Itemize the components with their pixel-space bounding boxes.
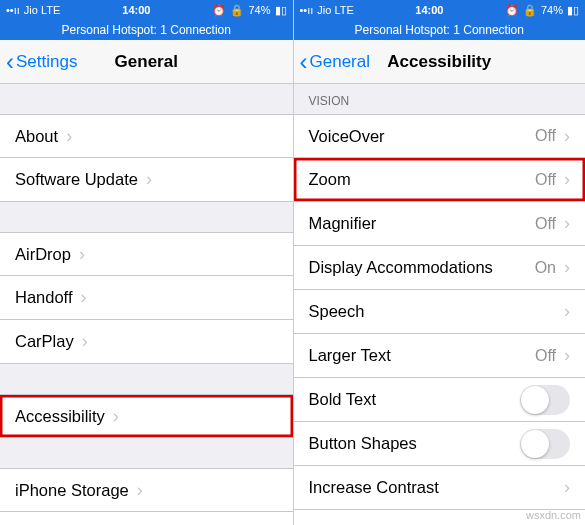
- row-label: Larger Text: [309, 346, 391, 365]
- row-magnifier[interactable]: MagnifierOff›: [294, 202, 586, 246]
- row-about[interactable]: About›: [0, 114, 293, 158]
- chevron-right-icon: ›: [564, 169, 570, 190]
- row-label: About: [15, 127, 58, 146]
- chevron-right-icon: ›: [564, 213, 570, 234]
- row-background-refresh[interactable]: Background App Refresh›: [0, 512, 293, 525]
- row-airdrop[interactable]: AirDrop›: [0, 232, 293, 276]
- row-carplay[interactable]: CarPlay›: [0, 320, 293, 364]
- row-button-shapes[interactable]: Button Shapes: [294, 422, 586, 466]
- row-value: Off: [535, 347, 556, 365]
- status-bar: ••ııJio LTE 14:00 ⏰🔒74%▮▯: [294, 0, 586, 20]
- row-label: Bold Text: [309, 390, 377, 409]
- battery-icon: ▮▯: [275, 4, 287, 17]
- row-voiceover[interactable]: VoiceOverOff›: [294, 114, 586, 158]
- back-button[interactable]: ‹ General: [294, 50, 370, 74]
- content: About› Software Update› AirDrop› Handoff…: [0, 84, 293, 525]
- row-label: Increase Contrast: [309, 478, 439, 497]
- row-label: VoiceOver: [309, 127, 385, 146]
- row-value: On: [535, 259, 556, 277]
- row-increase-contrast[interactable]: Increase Contrast›: [294, 466, 586, 510]
- row-bold-text[interactable]: Bold Text: [294, 378, 586, 422]
- row-value: Off: [535, 215, 556, 233]
- row-label: Button Shapes: [309, 434, 417, 453]
- row-label: Software Update: [15, 170, 138, 189]
- lock-icon: 🔒: [230, 4, 244, 17]
- navbar: ‹ Settings General: [0, 40, 293, 84]
- signal-icon: ••ıı: [300, 4, 314, 16]
- chevron-left-icon: ‹: [6, 50, 14, 74]
- row-label: Display Accommodations: [309, 258, 493, 277]
- chevron-right-icon: ›: [564, 126, 570, 147]
- toggle-button-shapes[interactable]: [520, 429, 570, 459]
- section-header-vision: Vision: [294, 84, 586, 114]
- row-iphone-storage[interactable]: iPhone Storage›: [0, 468, 293, 512]
- battery-pct: 74%: [248, 4, 270, 16]
- row-zoom[interactable]: ZoomOff›: [294, 158, 586, 202]
- content: Vision VoiceOverOff› ZoomOff› MagnifierO…: [294, 84, 586, 525]
- row-label: Magnifier: [309, 214, 377, 233]
- chevron-right-icon: ›: [564, 345, 570, 366]
- navbar: ‹ General Accessibility: [294, 40, 586, 84]
- row-display-accommodations[interactable]: Display AccommodationsOn›: [294, 246, 586, 290]
- lock-icon: 🔒: [523, 4, 537, 17]
- row-label: Accessibility: [15, 407, 105, 426]
- status-bar: ••ııJio LTE 14:00 ⏰🔒74%▮▯: [0, 0, 293, 20]
- row-larger-text[interactable]: Larger TextOff›: [294, 334, 586, 378]
- chevron-left-icon: ‹: [300, 50, 308, 74]
- battery-icon: ▮▯: [567, 4, 579, 17]
- alarm-icon: ⏰: [505, 4, 519, 17]
- chevron-right-icon: ›: [564, 301, 570, 322]
- status-time: 14:00: [354, 4, 505, 16]
- row-value: Off: [535, 171, 556, 189]
- toggle-bold-text[interactable]: [520, 385, 570, 415]
- back-label: Settings: [16, 52, 77, 72]
- phone-accessibility: ••ııJio LTE 14:00 ⏰🔒74%▮▯ Personal Hotsp…: [293, 0, 586, 525]
- row-value: Off: [535, 127, 556, 145]
- hotspot-bar[interactable]: Personal Hotspot: 1 Connection: [294, 20, 586, 40]
- chevron-right-icon: ›: [564, 521, 570, 525]
- row-label: CarPlay: [15, 332, 74, 351]
- battery-pct: 74%: [541, 4, 563, 16]
- row-label: iPhone Storage: [15, 481, 129, 500]
- row-software-update[interactable]: Software Update›: [0, 158, 293, 202]
- carrier: Jio LTE: [317, 4, 353, 16]
- row-accessibility[interactable]: Accessibility›: [0, 394, 293, 438]
- chevron-right-icon: ›: [564, 477, 570, 498]
- back-label: General: [310, 52, 370, 72]
- row-label: Handoff: [15, 288, 73, 307]
- row-label: Speech: [309, 302, 365, 321]
- hotspot-bar[interactable]: Personal Hotspot: 1 Connection: [0, 20, 293, 40]
- chevron-right-icon: ›: [66, 126, 72, 147]
- chevron-right-icon: ›: [146, 169, 152, 190]
- watermark: wsxdn.com: [526, 509, 581, 521]
- chevron-right-icon: ›: [564, 257, 570, 278]
- alarm-icon: ⏰: [212, 4, 226, 17]
- row-handoff[interactable]: Handoff›: [0, 276, 293, 320]
- carrier: Jio LTE: [24, 4, 60, 16]
- chevron-right-icon: ›: [137, 480, 143, 501]
- back-button[interactable]: ‹ Settings: [0, 50, 77, 74]
- chevron-right-icon: ›: [81, 287, 87, 308]
- chevron-right-icon: ›: [79, 244, 85, 265]
- status-time: 14:00: [60, 4, 212, 16]
- chevron-right-icon: ›: [113, 406, 119, 427]
- row-label: AirDrop: [15, 245, 71, 264]
- phone-general: ••ııJio LTE 14:00 ⏰🔒74%▮▯ Personal Hotsp…: [0, 0, 293, 525]
- chevron-right-icon: ›: [82, 331, 88, 352]
- row-speech[interactable]: Speech›: [294, 290, 586, 334]
- row-label: Zoom: [309, 170, 351, 189]
- signal-icon: ••ıı: [6, 4, 20, 16]
